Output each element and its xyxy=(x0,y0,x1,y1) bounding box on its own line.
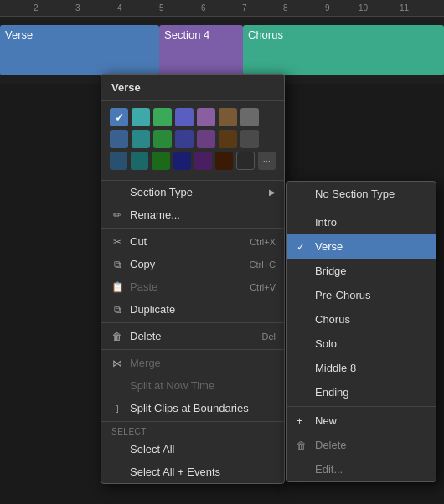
ruler-7: 7 xyxy=(242,3,247,13)
color-swatch-brown1[interactable] xyxy=(219,108,237,126)
submenu-ending[interactable]: Ending xyxy=(287,380,436,404)
section-type-submenu: No Section Type Intro ✓ Verse Bridge Pre… xyxy=(286,181,436,482)
verse-clip[interactable]: Verse xyxy=(0,25,159,75)
submenu-bridge[interactable]: Bridge xyxy=(287,259,436,283)
divider-3 xyxy=(101,349,284,350)
color-swatch-blue[interactable] xyxy=(110,108,128,126)
pre-chorus-label: Pre-Chorus xyxy=(315,289,370,301)
submenu-no-section[interactable]: No Section Type xyxy=(287,182,436,206)
submenu-solo[interactable]: Solo xyxy=(287,332,436,356)
divider-2 xyxy=(101,322,284,323)
color-swatch-gray3[interactable] xyxy=(236,152,254,170)
section-type-label: Section Type xyxy=(130,186,193,198)
color-swatch-indigo3[interactable] xyxy=(173,152,191,170)
color-swatch-gray1[interactable] xyxy=(240,108,259,126)
rename-icon: ✏ xyxy=(111,209,123,221)
ending-label: Ending xyxy=(315,386,348,399)
delete-shortcut: Del xyxy=(261,332,276,342)
chorus-clip-label: Chorus xyxy=(248,28,283,41)
select-all-events-menu-item[interactable]: Select All + Events xyxy=(101,460,284,483)
color-swatch-gray2[interactable] xyxy=(240,130,259,148)
color-swatch-purple2[interactable] xyxy=(197,130,215,148)
verse-check: ✓ xyxy=(297,241,308,253)
ruler-9: 9 xyxy=(325,3,330,13)
color-swatch-indigo[interactable] xyxy=(175,108,194,126)
context-menu: Verse ··· xyxy=(101,74,285,484)
middle8-label: Middle 8 xyxy=(315,362,356,374)
delete-label-sub: Delete xyxy=(315,439,347,451)
ruler-11: 11 xyxy=(400,3,409,13)
verse-label: Verse xyxy=(315,240,343,253)
edit-label: Edit... xyxy=(315,463,343,476)
color-swatch-green1[interactable] xyxy=(153,108,172,126)
rename-label: Rename... xyxy=(130,208,180,221)
submenu-verse[interactable]: ✓ Verse xyxy=(287,234,436,259)
color-palette: ··· xyxy=(101,101,284,181)
submenu-intro[interactable]: Intro xyxy=(287,210,436,234)
delete-menu-item[interactable]: 🗑 Delete Del xyxy=(101,325,284,347)
color-swatch-green2[interactable] xyxy=(153,130,172,148)
submenu-middle8[interactable]: Middle 8 xyxy=(287,356,436,380)
delete-label: Delete xyxy=(130,330,162,342)
no-section-label: No Section Type xyxy=(315,188,395,200)
color-swatch-purple1[interactable] xyxy=(197,108,215,126)
delete-icon: 🗑 xyxy=(111,331,123,342)
color-swatch-teal3[interactable] xyxy=(131,152,148,170)
submenu-pre-chorus[interactable]: Pre-Chorus xyxy=(287,283,436,307)
paste-label: Paste xyxy=(130,280,157,293)
cut-menu-item[interactable]: ✂ Cut Ctrl+X xyxy=(101,230,284,253)
verse-clip-label: Verse xyxy=(5,28,33,41)
delete-icon-sub: 🗑 xyxy=(297,440,308,451)
color-swatch-brown2[interactable] xyxy=(219,130,237,148)
submenu-edit[interactable]: Edit... xyxy=(287,457,436,481)
color-swatch-brown3[interactable] xyxy=(215,152,233,170)
merge-label: Merge xyxy=(130,357,161,369)
select-all-menu-item[interactable]: Select All xyxy=(101,438,284,460)
merge-icon: ⋈ xyxy=(111,357,123,369)
solo-label: Solo xyxy=(315,337,337,350)
new-check: + xyxy=(297,415,308,427)
color-swatch-blue2[interactable] xyxy=(110,130,128,148)
cut-label: Cut xyxy=(130,235,147,248)
color-swatch-indigo2[interactable] xyxy=(175,130,194,148)
color-more-button[interactable]: ··· xyxy=(258,152,276,170)
color-swatch-green3[interactable] xyxy=(152,152,169,170)
section-type-menu-item[interactable]: Section Type No Section Type Intro ✓ Ver… xyxy=(101,181,284,203)
split-clips-menu-item[interactable]: ⫿ Split Clips at Boundaries xyxy=(101,397,284,419)
chorus-label: Chorus xyxy=(315,313,350,326)
color-swatch-blue3[interactable] xyxy=(110,152,127,170)
section4-clip-label: Section 4 xyxy=(164,28,209,41)
copy-shortcut: Ctrl+C xyxy=(250,260,276,270)
section4-clip[interactable]: Section 4 xyxy=(159,25,243,75)
cut-shortcut: Ctrl+X xyxy=(250,237,276,247)
copy-icon: ⧉ xyxy=(111,259,123,270)
split-clips-icon: ⫿ xyxy=(111,403,123,414)
ruler-4: 4 xyxy=(117,3,122,13)
bridge-label: Bridge xyxy=(315,265,347,277)
ruler-6: 6 xyxy=(201,3,206,13)
submenu-delete[interactable]: 🗑 Delete xyxy=(287,433,436,457)
paste-shortcut: Ctrl+V xyxy=(250,282,276,292)
duplicate-label: Duplicate xyxy=(130,303,175,316)
duplicate-menu-item[interactable]: ⧉ Duplicate xyxy=(101,298,284,321)
color-swatch-teal1[interactable] xyxy=(132,108,150,126)
submenu-new[interactable]: + New xyxy=(287,409,436,433)
new-label: New xyxy=(315,414,337,427)
copy-label: Copy xyxy=(130,258,155,270)
rename-menu-item[interactable]: ✏ Rename... xyxy=(101,203,284,226)
chorus-clip[interactable]: Chorus xyxy=(243,25,444,75)
color-swatch-purple3[interactable] xyxy=(194,152,212,170)
select-all-events-label: Select All + Events xyxy=(130,465,220,478)
merge-menu-item[interactable]: ⋈ Merge xyxy=(101,352,284,374)
submenu-divider-2 xyxy=(287,406,436,407)
split-now-menu-item[interactable]: Split at Now Time xyxy=(101,374,284,397)
ruler-8: 8 xyxy=(283,3,288,13)
ruler-2: 2 xyxy=(34,3,39,13)
copy-menu-item[interactable]: ⧉ Copy Ctrl+C xyxy=(101,253,284,275)
cut-icon: ✂ xyxy=(111,236,123,248)
submenu-chorus[interactable]: Chorus xyxy=(287,307,436,332)
paste-menu-item[interactable]: 📋 Paste Ctrl+V xyxy=(101,275,284,298)
color-row-2 xyxy=(110,130,276,148)
duplicate-icon: ⧉ xyxy=(111,304,123,316)
color-swatch-teal2[interactable] xyxy=(132,130,150,148)
